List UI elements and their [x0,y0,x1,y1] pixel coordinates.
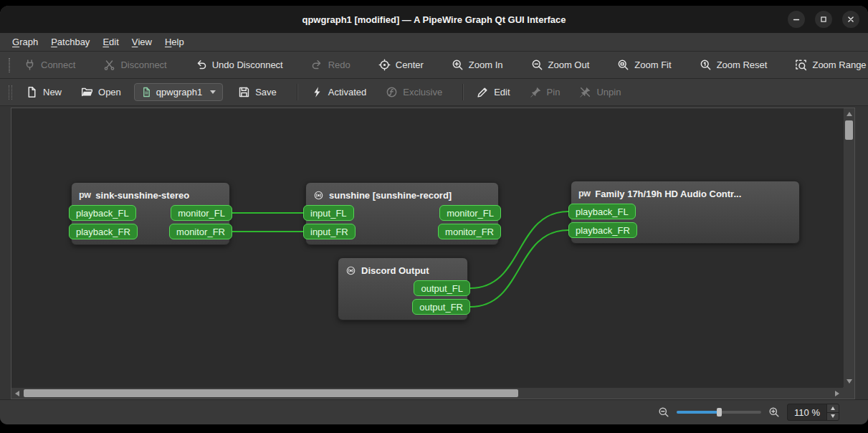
unpin-icon [579,86,591,98]
graph-button-redo[interactable]: Redo [305,55,357,75]
port-row: playback_FLmonitor_FL [72,205,229,221]
button-label: Connect [41,60,75,70]
graph-button-zoom-reset[interactable]: Zoom Reset [693,55,774,75]
port-row: playback_FL [571,204,799,219]
button-label: Zoom Fit [634,60,671,70]
graph-button-undo-disconnect[interactable]: Undo Disconnect [189,55,290,75]
scrollbar-corner [843,387,854,399]
new-file-icon [26,86,38,98]
button-label: Exclusive [403,87,442,97]
exclusive-icon [386,86,398,98]
scroll-down-arrow-icon[interactable] [846,379,852,384]
toolbar-grip[interactable] [9,58,10,72]
graph-button-zoom-range[interactable]: Zoom Range [788,55,868,75]
menu-edit[interactable]: Edit [96,33,125,51]
scroll-up-arrow-icon[interactable] [846,112,852,116]
node-title-text: sink-sunshine-stereo [95,190,189,201]
bolt-icon [311,86,323,98]
zoom-fit-icon [617,59,629,71]
file-button-pin[interactable]: Pin [523,82,567,102]
zoom-in-icon [452,59,464,71]
port-input_fr[interactable]: input_FR [303,224,356,239]
file-button-new[interactable]: New [19,82,68,102]
patchbay-file-icon [141,87,152,97]
maximize-button[interactable] [815,11,832,28]
port-row: input_FLmonitor_FL [306,205,498,221]
file-button-unpin[interactable]: Unpin [573,82,627,102]
zoom-out-icon [658,406,669,418]
central-area: pwsink-sunshine-stereoplayback_FLmonitor… [0,106,868,399]
titlebar[interactable]: qpwgraph1 [modified] — A PipeWire Graph … [0,6,868,33]
menu-graph[interactable]: Graph [6,33,44,51]
app-window: qpwgraph1 [modified] — A PipeWire Graph … [0,6,868,424]
port-output_fl[interactable]: output_FL [414,280,470,296]
graph-button-zoom-fit[interactable]: Zoom Fit [611,55,677,75]
button-label: Disconnect [120,60,166,70]
file-button-activated[interactable]: Activated [305,82,373,102]
node-discord-output[interactable]: Discord Outputoutput_FLoutput_FR [338,257,468,320]
port-monitor_fl[interactable]: monitor_FL [439,205,501,221]
combobox-value: qpwgraph1 [156,87,202,97]
scissors-icon [103,59,115,71]
graph-button-zoom-in[interactable]: Zoom In [445,55,510,75]
file-button-open[interactable]: Open [75,82,128,102]
graph-button-connect[interactable]: Connect [17,55,82,75]
zoom-slider[interactable] [677,406,761,418]
port-monitor_fr[interactable]: monitor_FR [169,224,232,239]
port-row: output_FL [338,280,467,296]
minimize-button[interactable] [788,11,805,28]
port-monitor_fr[interactable]: monitor_FR [438,224,501,239]
zoom-spin-down-button[interactable] [827,412,839,421]
spin-up-icon [831,406,835,410]
node-family-audio[interactable]: pwFamily 17h/19h HD Audio Contr...playba… [571,181,800,244]
zoom-slider-handle[interactable] [717,408,722,417]
zoom-range-icon [795,59,807,71]
horizontal-scrollbar[interactable] [11,387,843,399]
node-sink-sunshine-stereo[interactable]: pwsink-sunshine-stereoplayback_FLmonitor… [71,182,230,245]
file-button-save[interactable]: Save [232,82,283,102]
media-icon [313,190,324,201]
menu-view[interactable]: View [125,33,158,51]
port-playback_fr[interactable]: playback_FR [568,222,637,238]
graph-canvas[interactable]: pwsink-sunshine-stereoplayback_FLmonitor… [11,108,843,387]
node-title-text: Family 17h/19h HD Audio Contr... [595,189,741,199]
node-sunshine[interactable]: sunshine [sunshine-record]input_FLmonito… [305,182,499,245]
node-title: Discord Output [338,262,467,278]
file-button-exclusive[interactable]: Exclusive [379,82,449,102]
graph-button-center[interactable]: Center [372,55,430,75]
vertical-scrollbar[interactable] [843,108,854,387]
menubar: GraphPatchbayEditViewHelp [0,33,868,52]
port-monitor_fl[interactable]: monitor_FL [171,205,232,221]
minimize-icon [791,14,801,24]
toolbar-grip[interactable] [9,85,12,100]
menu-help[interactable]: Help [158,33,191,51]
zoom-level-value[interactable]: 110 % [788,404,826,420]
graph-button-zoom-out[interactable]: Zoom Out [525,55,596,75]
port-row: playback_FRmonitor_FR [72,224,229,239]
button-label: Save [255,87,277,97]
zoom-spinbox[interactable]: 110 % [787,404,839,421]
graph-button-disconnect[interactable]: Disconnect [97,55,173,75]
port-input_fl[interactable]: input_FL [303,205,354,221]
menu-patchbay[interactable]: Patchbay [44,33,96,51]
port-playback_fr[interactable]: playback_FR [69,224,138,239]
file-combobox-qpwgraph1[interactable]: qpwgraph1 [134,83,223,101]
button-label: Zoom Reset [717,60,768,70]
toolbar-graph: ConnectDisconnectUndo DisconnectRedoCent… [0,52,868,79]
file-button-edit[interactable]: Edit [470,82,516,102]
save-icon [238,86,250,98]
scroll-right-arrow-icon[interactable] [835,391,839,396]
button-label: Pin [547,87,561,97]
close-button[interactable] [842,11,859,28]
port-playback_fl[interactable]: playback_FL [568,204,636,219]
port-playback_fl[interactable]: playback_FL [69,205,136,221]
pipewire-icon: pw [79,190,90,200]
button-label: Activated [328,87,366,97]
scroll-left-arrow-icon[interactable] [15,391,19,396]
vertical-scroll-thumb[interactable] [845,120,853,140]
zoom-spin-up-button[interactable] [827,404,839,412]
port-output_fr[interactable]: output_FR [412,299,470,315]
redo-arrow-icon [311,59,323,71]
horizontal-scroll-thumb[interactable] [24,389,518,397]
port-row: playback_FR [571,222,799,238]
